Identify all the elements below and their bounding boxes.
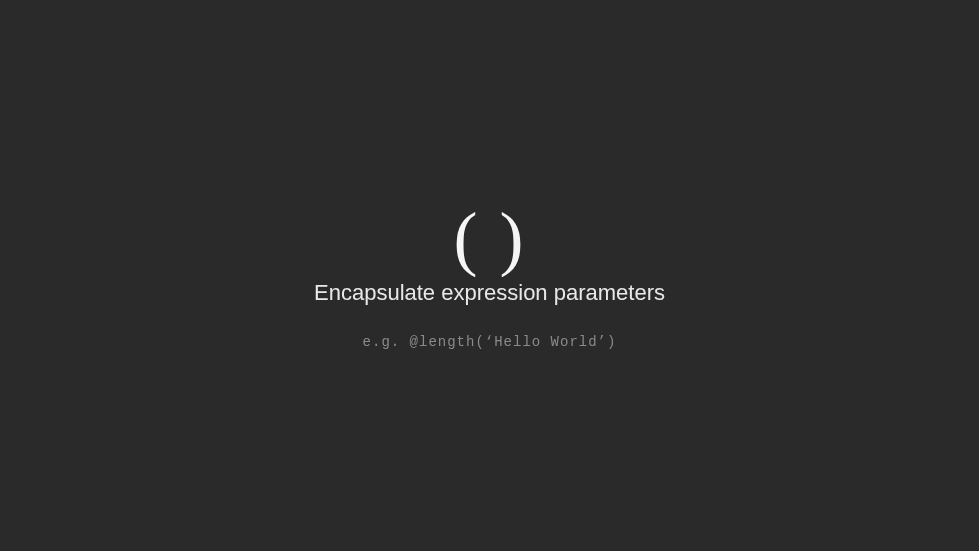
slide-example: e.g. @length(‘Hello World’) <box>363 334 617 350</box>
slide-subtitle: Encapsulate expression parameters <box>314 280 665 306</box>
parentheses-symbol: ( ) <box>454 202 526 274</box>
